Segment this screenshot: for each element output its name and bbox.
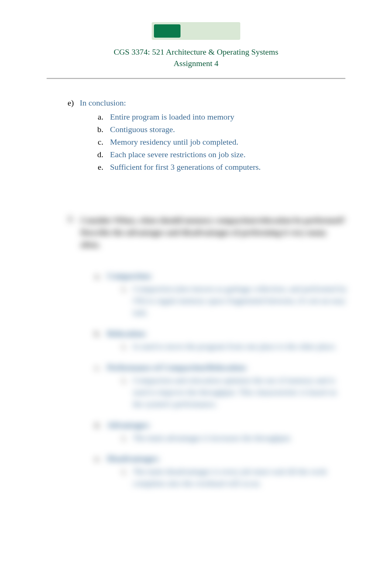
list-marker: b.	[92, 329, 100, 338]
assignment-title: Assignment 4	[44, 59, 348, 68]
section-heading-row: e. Disadvantages:	[65, 454, 348, 463]
blurred-section-d: d. Advantages: i. The main advantages it…	[65, 420, 348, 444]
section-heading: Advantages:	[107, 420, 150, 430]
blurred-section-b: b. Relocation: i. Is used to move the pr…	[65, 329, 348, 352]
section-heading: Disadvantages:	[107, 454, 160, 463]
section-heading: Performance of Compaction/Relocation:	[107, 363, 247, 372]
conclusion-label: In conclusion:	[80, 98, 126, 108]
list-item: c. Memory residency until job completed.	[94, 136, 348, 148]
list-marker: i.	[117, 466, 126, 489]
list-marker: b.	[94, 123, 103, 136]
section-heading: Compaction:	[107, 271, 152, 281]
section-body: Compaction and relocation optimize the u…	[133, 375, 348, 410]
section-body-row: i. Is used to move the program from one …	[65, 341, 348, 352]
list-marker: c.	[94, 136, 103, 148]
section-body: The main disadvantages is every job must…	[133, 466, 348, 489]
list-marker: d.	[92, 420, 100, 430]
section-body-row: i. Compaction and relocation optimize th…	[65, 375, 348, 410]
section-body-row: i. The main advantages it increases the …	[65, 432, 348, 444]
header-divider	[47, 78, 345, 79]
blurred-content: 2. Consider When, when should memory com…	[65, 214, 348, 489]
list-item-text: Contiguous storage.	[110, 123, 175, 136]
list-marker: d.	[94, 148, 103, 161]
list-marker: i.	[117, 283, 126, 318]
question-2: 2. Consider When, when should memory com…	[65, 214, 348, 251]
list-item-text: Each place severe restrictions on job si…	[110, 148, 245, 161]
list-item-text: Memory residency until job completed.	[110, 136, 238, 148]
section-body-row: i. Compaction (also known as garbage col…	[65, 283, 348, 318]
document-page: CGS 3374: 521 Architecture & Operating S…	[0, 0, 392, 522]
list-item: e. Sufficient for first 3 generations of…	[94, 161, 348, 173]
section-heading-row: d. Advantages:	[65, 420, 348, 430]
course-title: CGS 3374: 521 Architecture & Operating S…	[44, 46, 348, 58]
list-item: a. Entire program is loaded into memory	[94, 111, 348, 123]
blurred-section-a: a. Compaction: i. Compaction (also known…	[65, 271, 348, 318]
section-heading-row: a. Compaction:	[65, 271, 348, 281]
institution-logo	[152, 22, 240, 40]
section-heading: Relocation:	[107, 329, 147, 338]
section-body: The main advantages it increases the thr…	[133, 432, 292, 444]
conclusion-sublist: a. Entire program is loaded into memory …	[65, 111, 348, 173]
list-marker: i.	[117, 375, 126, 410]
list-item-e: e) In conclusion:	[65, 98, 348, 108]
blurred-section-e: e. Disadvantages: i. The main disadvanta…	[65, 454, 348, 489]
list-marker: a.	[94, 111, 103, 123]
content-area: e) In conclusion: a. Entire program is l…	[44, 98, 348, 489]
logo-badge-icon	[154, 24, 180, 38]
list-item: d. Each place severe restrictions on job…	[94, 148, 348, 161]
list-marker: 2.	[65, 214, 74, 251]
question-text: Consider When, when should memory compac…	[80, 214, 348, 251]
section-heading-row: b. Relocation:	[65, 329, 348, 338]
list-item: b. Contiguous storage.	[94, 123, 348, 136]
list-marker: e)	[65, 98, 74, 108]
list-item-text: Entire program is loaded into memory	[110, 111, 234, 123]
section-body-row: i. The main disadvantages is every job m…	[65, 466, 348, 489]
section-body: Compaction (also known as garbage collec…	[133, 283, 348, 318]
list-item-text: Sufficient for first 3 generations of co…	[110, 161, 261, 173]
list-marker: e.	[94, 161, 103, 173]
list-marker: i.	[117, 432, 126, 444]
logo-area	[44, 22, 348, 40]
section-heading-row: c. Performance of Compaction/Relocation:	[65, 363, 348, 372]
list-marker: c.	[92, 363, 100, 372]
list-marker: i.	[117, 341, 126, 352]
list-marker: e.	[92, 454, 100, 463]
section-body: Is used to move the program from one pla…	[133, 341, 337, 352]
blurred-section-c: c. Performance of Compaction/Relocation:…	[65, 363, 348, 410]
list-marker: a.	[92, 271, 100, 281]
